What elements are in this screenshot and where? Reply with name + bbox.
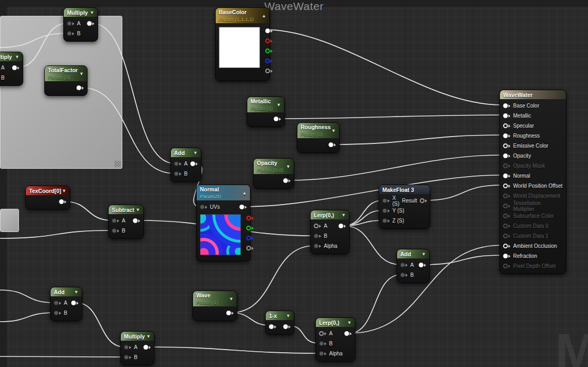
- input-pin[interactable]: [503, 173, 510, 178]
- node-metallic[interactable]: MetallicParam (1)▼: [247, 96, 285, 127]
- node-normal[interactable]: NormalParam2D▲UVs: [196, 185, 250, 262]
- input-pin[interactable]: [503, 183, 510, 188]
- node-add-mid[interactable]: Add▼AB: [170, 148, 201, 182]
- input-pin[interactable]: [112, 218, 119, 223]
- material-graph-canvas[interactable]: WaveWater M Multiply▼ABMultiply▼ABTotalF…: [0, 0, 588, 367]
- output-pin[interactable]: [265, 38, 273, 43]
- node-header[interactable]: BaseColorParam (1,1,1,1)▲: [216, 8, 269, 23]
- chevron-down-icon[interactable]: ▼: [15, 54, 20, 60]
- wire[interactable]: [333, 135, 502, 144]
- output-pin[interactable]: [87, 21, 94, 26]
- node-wavewater-output[interactable]: WaveWaterBase ColorMetallicSpecularRough…: [499, 90, 566, 274]
- input-pin[interactable]: [503, 204, 510, 208]
- output-pin[interactable]: [283, 324, 291, 329]
- output-pin[interactable]: [239, 205, 247, 209]
- input-pin[interactable]: [112, 228, 119, 233]
- wire[interactable]: [423, 255, 502, 265]
- output-pin[interactable]: [59, 199, 66, 204]
- output-pin[interactable]: [419, 263, 426, 267]
- output-pin[interactable]: [226, 311, 234, 315]
- output-pin[interactable]: [283, 178, 291, 183]
- node-header[interactable]: Add▼: [397, 249, 429, 258]
- input-pin[interactable]: [54, 311, 61, 315]
- node-opacity[interactable]: OpacityParam (0.8)▼: [253, 158, 294, 189]
- node-header[interactable]: TexCoord[0]▼: [26, 186, 70, 195]
- node-basecolor[interactable]: BaseColorParam (1,1,1,1)▲: [215, 7, 270, 81]
- input-pin[interactable]: [503, 244, 510, 248]
- input-pin[interactable]: [269, 324, 276, 329]
- wire[interactable]: [0, 313, 54, 322]
- input-pin[interactable]: [503, 264, 510, 268]
- chevron-down-icon[interactable]: ▼: [229, 296, 234, 302]
- node-wave[interactable]: WaveParam (1)▼: [192, 291, 237, 321]
- node-header[interactable]: RoughnessParam (0)▼: [297, 123, 339, 138]
- node-header[interactable]: Lerp(0,)▼: [311, 210, 349, 219]
- chevron-down-icon[interactable]: ▼: [79, 71, 84, 76]
- input-pin[interactable]: [67, 21, 74, 26]
- output-pin[interactable]: [246, 216, 254, 220]
- wire[interactable]: [424, 185, 502, 200]
- input-pin[interactable]: [400, 273, 408, 277]
- chevron-down-icon[interactable]: ▼: [341, 213, 346, 218]
- node-header[interactable]: MakeFloat 3: [379, 185, 430, 194]
- chevron-up-icon[interactable]: ▲: [242, 190, 247, 196]
- input-pin[interactable]: [382, 208, 390, 213]
- node-header[interactable]: WaveWater: [500, 90, 566, 99]
- chevron-down-icon[interactable]: ▼: [136, 207, 140, 213]
- node-header[interactable]: MetallicParam (1)▼: [247, 97, 284, 112]
- input-pin[interactable]: [174, 161, 181, 166]
- chevron-down-icon[interactable]: ▼: [331, 128, 336, 133]
- wire[interactable]: [76, 303, 124, 347]
- input-pin[interactable]: [124, 355, 131, 360]
- node-add-right[interactable]: Add▼AB: [397, 249, 430, 283]
- output-pin[interactable]: [274, 117, 281, 121]
- chevron-down-icon[interactable]: ▼: [193, 150, 198, 156]
- input-pin[interactable]: [503, 234, 510, 238]
- wire[interactable]: [81, 88, 175, 173]
- wire[interactable]: [17, 23, 68, 67]
- input-pin[interactable]: [400, 263, 408, 267]
- wire[interactable]: [349, 275, 401, 333]
- output-pin[interactable]: [265, 28, 273, 33]
- node-makefloat3[interactable]: MakeFloat 3X (S)ResultY (S)Z (S): [379, 185, 430, 229]
- node-multiply-left[interactable]: Multiply▼AB: [0, 52, 23, 86]
- chevron-down-icon[interactable]: ▼: [74, 289, 79, 295]
- chevron-down-icon[interactable]: ▼: [286, 313, 291, 318]
- input-pin[interactable]: [503, 254, 510, 258]
- node-header[interactable]: Subtract▼: [109, 205, 143, 214]
- node-header[interactable]: Multiply▼: [64, 8, 98, 17]
- chevron-down-icon[interactable]: ▼: [90, 10, 94, 15]
- output-pin[interactable]: [265, 49, 273, 53]
- node-header[interactable]: TotalFactorParam (3)▼: [45, 66, 87, 81]
- node-header[interactable]: Add▼: [51, 287, 82, 296]
- input-pin[interactable]: [67, 31, 74, 36]
- output-pin[interactable]: [339, 224, 346, 228]
- wire[interactable]: [264, 30, 502, 105]
- output-pin[interactable]: [133, 218, 140, 223]
- input-pin[interactable]: [382, 198, 390, 203]
- node-lerp-bottom[interactable]: Lerp(0,)▼ABAlpha: [315, 317, 355, 362]
- output-pin[interactable]: [190, 161, 198, 166]
- input-pin[interactable]: [124, 345, 131, 350]
- wire[interactable]: [64, 201, 112, 220]
- input-pin[interactable]: [200, 205, 207, 209]
- output-pin[interactable]: [71, 301, 79, 305]
- input-pin[interactable]: [503, 224, 510, 228]
- node-totalfactor[interactable]: TotalFactorParam (3)▼: [44, 65, 88, 96]
- output-pin[interactable]: [329, 142, 336, 147]
- input-pin[interactable]: [503, 133, 510, 138]
- output-pin[interactable]: [12, 65, 20, 70]
- node-header[interactable]: Multiply▼: [0, 52, 23, 61]
- input-pin[interactable]: [314, 234, 321, 238]
- node-lerp-mid[interactable]: Lerp(0,)▼ABAlpha: [310, 210, 350, 254]
- output-pin[interactable]: [420, 198, 427, 203]
- node-roughness[interactable]: RoughnessParam (0)▼: [297, 122, 340, 153]
- input-pin[interactable]: [503, 153, 510, 158]
- output-pin[interactable]: [143, 345, 151, 350]
- input-pin[interactable]: [503, 163, 510, 168]
- chevron-up-icon[interactable]: ▲: [262, 13, 266, 18]
- input-pin[interactable]: [503, 194, 510, 198]
- wire[interactable]: [92, 23, 175, 163]
- input-pin[interactable]: [319, 341, 326, 346]
- chevron-down-icon[interactable]: ▼: [421, 252, 426, 257]
